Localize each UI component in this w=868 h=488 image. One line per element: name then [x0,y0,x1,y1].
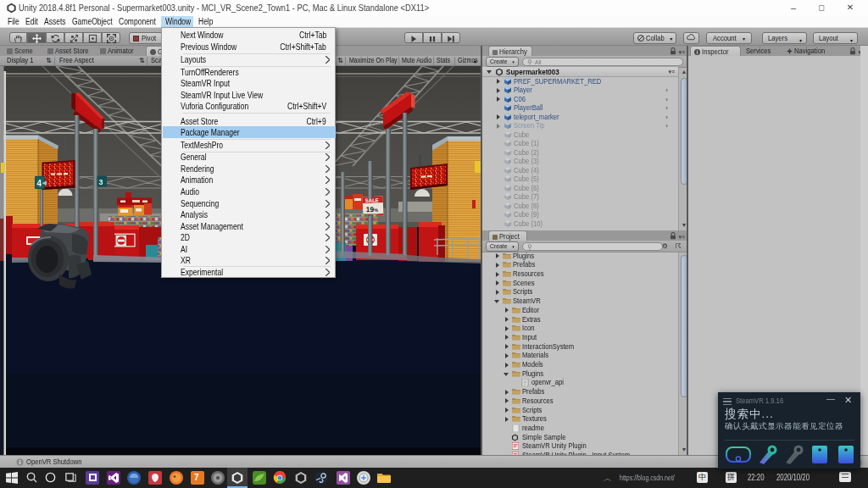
svg-text:3: 3 [99,178,103,186]
svg-text:◀: ◀ [42,180,47,186]
